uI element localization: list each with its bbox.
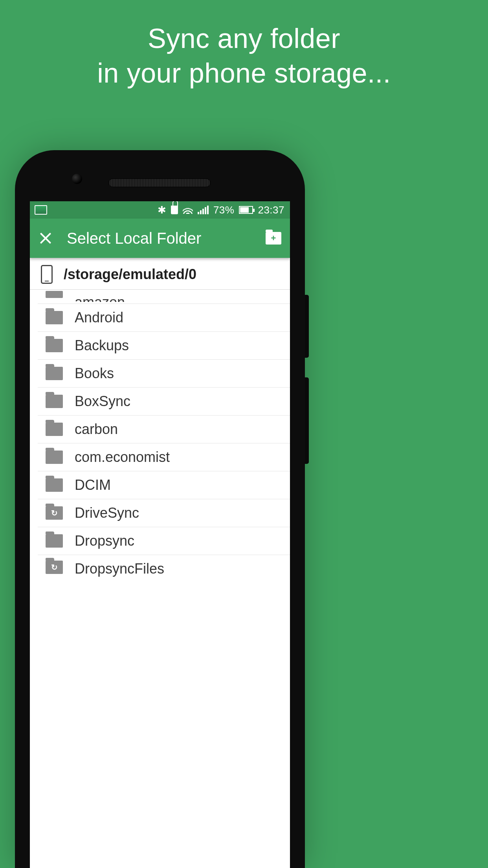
folder-icon — [46, 534, 63, 548]
status-bar: ✱ 73% 23:37 — [30, 201, 290, 219]
app-bar: Select Local Folder + — [30, 219, 290, 258]
folder-sync-icon — [46, 561, 63, 574]
phone-side-button — [305, 377, 309, 464]
folder-icon — [46, 478, 63, 492]
folder-label: BoxSync — [75, 393, 130, 410]
folder-label: com.economist — [75, 449, 170, 465]
current-path: /storage/emulated/0 — [64, 266, 196, 283]
new-folder-icon[interactable]: + — [266, 232, 281, 245]
phone-frame: ✱ 73% 23:37 Select Local Folder + /stora… — [15, 150, 305, 868]
folder-label: DCIM — [75, 477, 111, 493]
folder-row[interactable]: amazon — [38, 290, 290, 304]
folder-row[interactable]: DriveSync — [38, 499, 290, 527]
folder-label: Books — [75, 365, 114, 382]
phone-side-button — [305, 295, 309, 358]
battery-percent: 73% — [213, 204, 235, 216]
battery-icon — [239, 206, 253, 214]
folder-row[interactable]: com.economist — [38, 443, 290, 471]
wifi-icon — [183, 206, 193, 214]
folder-icon — [46, 423, 63, 436]
lock-icon — [171, 206, 178, 214]
folder-label: Backups — [75, 337, 129, 354]
folder-label: DriveSync — [75, 505, 139, 521]
app-bar-title: Select Local Folder — [67, 230, 266, 247]
phone-camera — [72, 174, 82, 184]
current-path-row[interactable]: /storage/emulated/0 — [30, 258, 290, 290]
cast-icon — [35, 205, 47, 215]
folder-row[interactable]: Android — [38, 304, 290, 332]
folder-label: Android — [75, 309, 123, 326]
folder-row[interactable]: carbon — [38, 416, 290, 443]
folder-list[interactable]: amazonAndroidBackupsBooksBoxSynccarbonco… — [30, 290, 290, 576]
folder-icon — [46, 367, 63, 380]
phone-storage-icon — [41, 265, 53, 284]
phone-screen: ✱ 73% 23:37 Select Local Folder + /stora… — [30, 201, 290, 868]
folder-icon — [46, 291, 63, 298]
folder-row[interactable]: Dropsync — [38, 527, 290, 555]
clock: 23:37 — [258, 204, 284, 216]
cell-signal-icon — [198, 206, 209, 214]
folder-icon — [46, 311, 63, 324]
folder-label: DropsyncFiles — [75, 561, 164, 577]
folder-row[interactable]: Books — [38, 360, 290, 388]
close-icon[interactable] — [39, 231, 53, 245]
phone-speaker — [108, 178, 211, 187]
folder-label: Dropsync — [75, 533, 134, 549]
folder-label: carbon — [75, 421, 118, 438]
promo-headline: Sync any folderin your phone storage... — [0, 0, 488, 90]
folder-sync-icon — [46, 506, 63, 520]
folder-label: amazon — [75, 294, 125, 302]
folder-row[interactable]: BoxSync — [38, 388, 290, 416]
folder-row[interactable]: DCIM — [38, 471, 290, 499]
folder-icon — [46, 339, 63, 352]
bluetooth-icon: ✱ — [158, 204, 166, 216]
folder-icon — [46, 451, 63, 464]
folder-row[interactable]: Backups — [38, 332, 290, 360]
folder-icon — [46, 395, 63, 408]
folder-row[interactable]: DropsyncFiles — [38, 555, 290, 576]
